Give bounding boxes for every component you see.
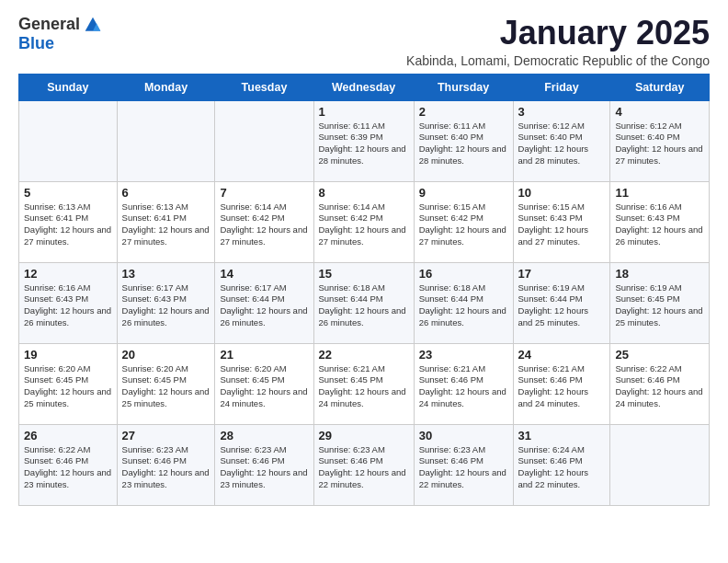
day-info: Sunrise: 6:21 AM Sunset: 6:46 PM Dayligh… bbox=[419, 363, 508, 410]
day-number: 9 bbox=[419, 186, 508, 200]
calendar-cell: 22Sunrise: 6:21 AM Sunset: 6:45 PM Dayli… bbox=[313, 343, 414, 424]
day-number: 16 bbox=[419, 267, 508, 281]
calendar-cell: 15Sunrise: 6:18 AM Sunset: 6:44 PM Dayli… bbox=[313, 262, 414, 343]
day-info: Sunrise: 6:21 AM Sunset: 6:45 PM Dayligh… bbox=[319, 363, 409, 410]
day-info: Sunrise: 6:23 AM Sunset: 6:46 PM Dayligh… bbox=[122, 444, 210, 491]
calendar-cell: 8Sunrise: 6:14 AM Sunset: 6:42 PM Daylig… bbox=[313, 181, 414, 262]
logo-blue-text: Blue bbox=[18, 34, 54, 53]
day-number: 26 bbox=[24, 429, 112, 442]
day-number: 15 bbox=[319, 267, 409, 281]
calendar-cell: 6Sunrise: 6:13 AM Sunset: 6:41 PM Daylig… bbox=[117, 181, 215, 262]
day-number: 25 bbox=[615, 348, 704, 362]
day-info: Sunrise: 6:22 AM Sunset: 6:46 PM Dayligh… bbox=[24, 444, 112, 491]
day-info: Sunrise: 6:12 AM Sunset: 6:40 PM Dayligh… bbox=[518, 121, 606, 167]
week-row-4: 26Sunrise: 6:22 AM Sunset: 6:46 PM Dayli… bbox=[19, 424, 710, 505]
day-info: Sunrise: 6:14 AM Sunset: 6:42 PM Dayligh… bbox=[220, 201, 308, 248]
calendar-cell: 21Sunrise: 6:20 AM Sunset: 6:45 PM Dayli… bbox=[215, 343, 313, 424]
calendar-cell bbox=[610, 424, 710, 505]
week-row-2: 12Sunrise: 6:16 AM Sunset: 6:43 PM Dayli… bbox=[19, 262, 710, 343]
calendar-cell: 25Sunrise: 6:22 AM Sunset: 6:46 PM Dayli… bbox=[610, 343, 710, 424]
day-number: 31 bbox=[518, 429, 606, 442]
day-number: 13 bbox=[122, 267, 210, 281]
day-number: 18 bbox=[615, 267, 704, 281]
calendar-cell: 27Sunrise: 6:23 AM Sunset: 6:46 PM Dayli… bbox=[117, 424, 215, 505]
calendar-cell bbox=[215, 100, 313, 181]
calendar-cell: 30Sunrise: 6:23 AM Sunset: 6:46 PM Dayli… bbox=[414, 424, 513, 505]
day-number: 21 bbox=[220, 348, 308, 362]
calendar-cell bbox=[117, 100, 215, 181]
day-number: 5 bbox=[24, 186, 112, 200]
day-info: Sunrise: 6:13 AM Sunset: 6:41 PM Dayligh… bbox=[24, 201, 112, 248]
day-info: Sunrise: 6:12 AM Sunset: 6:40 PM Dayligh… bbox=[615, 121, 704, 167]
week-row-3: 19Sunrise: 6:20 AM Sunset: 6:45 PM Dayli… bbox=[19, 343, 710, 424]
page: General Blue January 2025 Kabinda, Lomam… bbox=[0, 0, 728, 563]
day-number: 20 bbox=[122, 348, 210, 362]
day-number: 24 bbox=[518, 348, 606, 362]
week-row-0: 1Sunrise: 6:11 AM Sunset: 6:39 PM Daylig… bbox=[19, 100, 710, 181]
calendar-cell: 5Sunrise: 6:13 AM Sunset: 6:41 PM Daylig… bbox=[19, 181, 118, 262]
calendar-cell: 9Sunrise: 6:15 AM Sunset: 6:42 PM Daylig… bbox=[414, 181, 513, 262]
header-row: SundayMondayTuesdayWednesdayThursdayFrid… bbox=[19, 74, 710, 100]
calendar-cell: 1Sunrise: 6:11 AM Sunset: 6:39 PM Daylig… bbox=[313, 100, 414, 181]
day-info: Sunrise: 6:24 AM Sunset: 6:46 PM Dayligh… bbox=[518, 444, 606, 491]
calendar-title: January 2025 bbox=[406, 15, 710, 52]
day-info: Sunrise: 6:14 AM Sunset: 6:42 PM Dayligh… bbox=[319, 201, 409, 248]
weekday-header-thursday: Thursday bbox=[414, 74, 513, 100]
calendar-cell: 12Sunrise: 6:16 AM Sunset: 6:43 PM Dayli… bbox=[19, 262, 118, 343]
weekday-header-wednesday: Wednesday bbox=[313, 74, 414, 100]
calendar-cell: 7Sunrise: 6:14 AM Sunset: 6:42 PM Daylig… bbox=[215, 181, 313, 262]
calendar-cell: 31Sunrise: 6:24 AM Sunset: 6:46 PM Dayli… bbox=[513, 424, 610, 505]
day-number: 19 bbox=[24, 348, 112, 362]
day-number: 12 bbox=[24, 267, 112, 281]
calendar-cell: 17Sunrise: 6:19 AM Sunset: 6:44 PM Dayli… bbox=[513, 262, 610, 343]
weekday-header-sunday: Sunday bbox=[19, 74, 118, 100]
calendar-cell: 3Sunrise: 6:12 AM Sunset: 6:40 PM Daylig… bbox=[513, 100, 610, 181]
day-number: 23 bbox=[419, 348, 508, 362]
calendar-cell: 28Sunrise: 6:23 AM Sunset: 6:46 PM Dayli… bbox=[215, 424, 313, 505]
day-info: Sunrise: 6:19 AM Sunset: 6:44 PM Dayligh… bbox=[518, 282, 606, 329]
calendar-cell: 26Sunrise: 6:22 AM Sunset: 6:46 PM Dayli… bbox=[19, 424, 118, 505]
day-number: 2 bbox=[419, 105, 508, 119]
day-info: Sunrise: 6:19 AM Sunset: 6:45 PM Dayligh… bbox=[615, 282, 704, 329]
day-info: Sunrise: 6:17 AM Sunset: 6:44 PM Dayligh… bbox=[220, 282, 308, 329]
day-info: Sunrise: 6:21 AM Sunset: 6:46 PM Dayligh… bbox=[518, 363, 606, 410]
day-number: 27 bbox=[122, 429, 210, 442]
weekday-header-monday: Monday bbox=[117, 74, 215, 100]
day-number: 11 bbox=[615, 186, 704, 200]
title-section: January 2025 Kabinda, Lomami, Democratic… bbox=[406, 15, 710, 68]
day-number: 1 bbox=[319, 105, 409, 119]
calendar-cell: 10Sunrise: 6:15 AM Sunset: 6:43 PM Dayli… bbox=[513, 181, 610, 262]
day-info: Sunrise: 6:23 AM Sunset: 6:46 PM Dayligh… bbox=[419, 444, 508, 491]
day-info: Sunrise: 6:11 AM Sunset: 6:40 PM Dayligh… bbox=[419, 121, 508, 167]
day-number: 14 bbox=[220, 267, 308, 281]
calendar-cell bbox=[19, 100, 118, 181]
calendar-cell: 4Sunrise: 6:12 AM Sunset: 6:40 PM Daylig… bbox=[610, 100, 710, 181]
calendar-cell: 11Sunrise: 6:16 AM Sunset: 6:43 PM Dayli… bbox=[610, 181, 710, 262]
calendar-cell: 29Sunrise: 6:23 AM Sunset: 6:46 PM Dayli… bbox=[313, 424, 414, 505]
day-info: Sunrise: 6:22 AM Sunset: 6:46 PM Dayligh… bbox=[615, 363, 704, 410]
calendar-cell: 2Sunrise: 6:11 AM Sunset: 6:40 PM Daylig… bbox=[414, 100, 513, 181]
calendar-cell: 19Sunrise: 6:20 AM Sunset: 6:45 PM Dayli… bbox=[19, 343, 118, 424]
logo-icon bbox=[84, 16, 102, 34]
day-number: 4 bbox=[615, 105, 704, 119]
day-info: Sunrise: 6:11 AM Sunset: 6:39 PM Dayligh… bbox=[319, 121, 409, 167]
calendar-cell: 24Sunrise: 6:21 AM Sunset: 6:46 PM Dayli… bbox=[513, 343, 610, 424]
day-number: 8 bbox=[319, 186, 409, 200]
day-info: Sunrise: 6:20 AM Sunset: 6:45 PM Dayligh… bbox=[220, 363, 308, 410]
day-info: Sunrise: 6:20 AM Sunset: 6:45 PM Dayligh… bbox=[24, 363, 112, 410]
day-info: Sunrise: 6:16 AM Sunset: 6:43 PM Dayligh… bbox=[615, 201, 704, 248]
day-number: 30 bbox=[419, 429, 508, 442]
day-info: Sunrise: 6:17 AM Sunset: 6:43 PM Dayligh… bbox=[122, 282, 210, 329]
day-info: Sunrise: 6:15 AM Sunset: 6:43 PM Dayligh… bbox=[518, 201, 606, 248]
day-info: Sunrise: 6:13 AM Sunset: 6:41 PM Dayligh… bbox=[122, 201, 210, 248]
day-info: Sunrise: 6:23 AM Sunset: 6:46 PM Dayligh… bbox=[319, 444, 409, 491]
day-info: Sunrise: 6:15 AM Sunset: 6:42 PM Dayligh… bbox=[419, 201, 508, 248]
day-info: Sunrise: 6:18 AM Sunset: 6:44 PM Dayligh… bbox=[319, 282, 409, 329]
day-number: 10 bbox=[518, 186, 606, 200]
day-number: 6 bbox=[122, 186, 210, 200]
day-number: 17 bbox=[518, 267, 606, 281]
day-number: 22 bbox=[319, 348, 409, 362]
day-number: 7 bbox=[220, 186, 308, 200]
calendar-cell: 20Sunrise: 6:20 AM Sunset: 6:45 PM Dayli… bbox=[117, 343, 215, 424]
header: General Blue January 2025 Kabinda, Lomam… bbox=[18, 15, 710, 68]
